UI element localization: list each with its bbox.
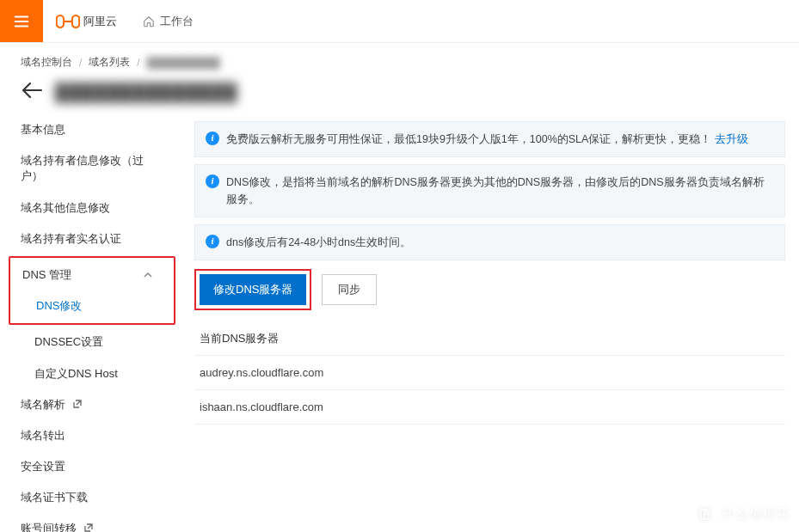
main-content: i 免费版云解析无服务可用性保证，最低19块9升级个人版1年，100%的SLA保… [181,114,799,532]
breadcrumb-separator: / [137,57,139,69]
sidebar-item-owner-modify[interactable]: 域名持有者信息修改（过户） [0,145,181,192]
info-icon: i [206,235,219,248]
sidebar-item-label: 安全设置 [21,459,65,474]
highlight-box: 修改DNS服务器 [194,269,311,310]
page-title-bar: ██████████████ [0,76,799,114]
sidebar-item-dns-modify[interactable]: DNS修改 [10,290,174,321]
breadcrumb-item-domain-list[interactable]: 域名列表 [89,55,130,70]
sidebar-item-label: DNS修改 [36,298,82,314]
sidebar-item-transfer-out[interactable]: 域名转出 [0,420,181,451]
sync-button[interactable]: 同步 [322,274,377,305]
breadcrumb-item-console[interactable]: 域名控制台 [21,55,72,70]
notice-dns-explain: i DNS修改，是指将当前域名的解析DNS服务器更换为其他的DNS服务器，由修改… [194,164,785,217]
info-icon: i [206,131,219,145]
sidebar-item-security[interactable]: 安全设置 [0,451,181,482]
sidebar-item-realname[interactable]: 域名持有者实名认证 [0,223,181,254]
notice-upgrade: i 免费版云解析无服务可用性保证，最低19块9升级个人版1年，100%的SLA保… [194,121,785,157]
modify-dns-button[interactable]: 修改DNS服务器 [200,274,306,305]
info-icon: i [206,174,219,188]
sidebar-item-label: 账号间转移 [21,522,77,532]
sidebar-item-dns-management[interactable]: DNS 管理 [10,260,174,290]
sidebar-group-dns-highlighted: DNS 管理 DNS修改 [9,256,175,325]
sidebar-item-label: DNSSEC设置 [34,334,103,350]
sidebar-item-label: 域名持有者信息修改（过户） [21,153,160,184]
sidebar-item-dnssec[interactable]: DNSSEC设置 [0,327,181,358]
breadcrumb-item-domain-masked: ██████████ [147,57,220,69]
sidebar-item-label: 自定义DNS Host [34,366,118,382]
svg-rect-0 [56,15,63,28]
top-bar: 阿里云 工作台 [0,0,799,43]
workspace-link[interactable]: 工作台 [129,0,207,42]
sidebar-item-label: 域名其他信息修改 [21,200,110,216]
breadcrumb-separator: / [79,57,82,69]
dns-server-row: audrey.ns.cloudflare.com [194,356,785,390]
notice-text: DNS修改，是指将当前域名的解析DNS服务器更换为其他的DNS服务器，由修改后的… [226,174,774,208]
brand-text: 阿里云 [83,14,117,29]
sidebar-item-basic-info[interactable]: 基本信息 [0,114,181,145]
sidebar-item-dns-resolve[interactable]: 域名解析 [0,389,181,420]
sidebar-item-cert-download[interactable]: 域名证书下载 [0,482,181,513]
sidebar-item-label: 域名转出 [21,428,65,443]
notice-text: dns修改后有24-48小时dns生效时间。 [226,234,411,251]
hamburger-icon [12,12,31,31]
sidebar-item-account-transfer[interactable]: 账号间转移 [0,513,181,532]
sidebar: 基本信息 域名持有者信息修改（过户） 域名其他信息修改 域名持有者实名认证 DN… [0,114,181,532]
upgrade-link[interactable]: 去升级 [715,133,748,145]
workspace-label: 工作台 [160,14,194,29]
breadcrumb: 域名控制台 / 域名列表 / ██████████ [0,43,799,76]
menu-toggle-button[interactable] [0,0,43,42]
sidebar-item-custom-dns-host[interactable]: 自定义DNS Host [0,358,181,389]
chevron-up-icon [143,270,153,280]
page-title-masked: ██████████████ [55,83,237,102]
home-icon [143,15,155,28]
action-row: 修改DNS服务器 同步 [194,269,785,310]
current-dns-label: 当前DNS服务器 [194,322,785,356]
external-link-icon [83,523,94,532]
sidebar-item-label: 域名持有者实名认证 [21,231,121,247]
sidebar-item-label: 域名证书下载 [21,490,88,505]
external-link-icon [72,399,83,409]
dns-server-row: ishaan.ns.cloudflare.com [194,390,785,425]
svg-rect-1 [71,15,78,28]
back-arrow-button[interactable] [21,82,43,102]
brand-logo-area[interactable]: 阿里云 [43,0,129,42]
notice-dns-ttl: i dns修改后有24-48小时dns生效时间。 [194,224,785,260]
notice-text: 免费版云解析无服务可用性保证，最低19块9升级个人版1年，100%的SLA保证，… [226,133,711,145]
arrow-left-icon [21,82,43,99]
sidebar-item-other-modify[interactable]: 域名其他信息修改 [0,193,181,223]
sidebar-item-label: 基本信息 [21,122,65,138]
aliyun-logo-icon [56,13,80,30]
sidebar-item-label: 域名解析 [21,398,65,411]
sidebar-item-label: DNS 管理 [22,267,71,283]
